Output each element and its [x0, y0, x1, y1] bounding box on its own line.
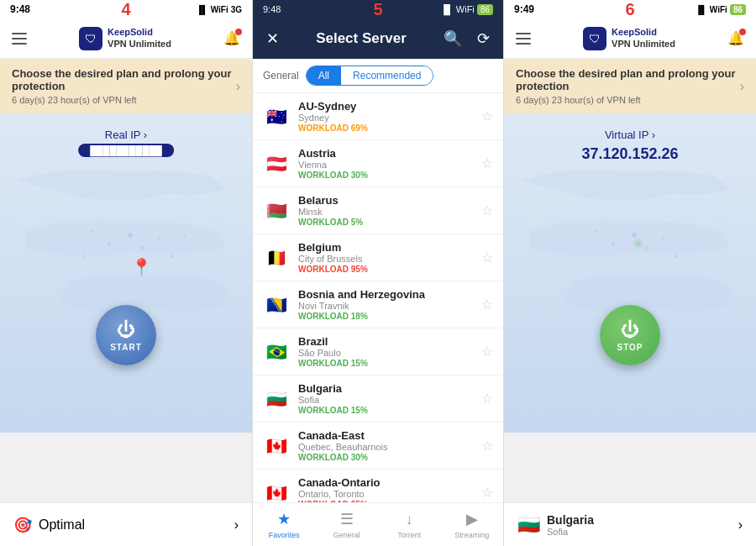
- server-item[interactable]: 🇨🇦 Canada-Ontario Ontario, Toronto WORKL…: [253, 470, 503, 502]
- virtual-ip-label[interactable]: Virtual IP ›: [605, 129, 655, 141]
- server-name: Belgium: [298, 241, 473, 254]
- location-pin-left: 📍: [131, 257, 152, 277]
- optimal-icon: 🎯: [13, 516, 32, 534]
- svg-point-0: [128, 233, 133, 238]
- bottom-bar-right[interactable]: 🇧🇬 Bulgaria Sofia ›: [504, 502, 756, 546]
- promo-chevron-right: ›: [740, 79, 744, 94]
- server-city: City of Brussels: [298, 254, 473, 264]
- signal-mid: ▐▌: [440, 4, 454, 14]
- svg-point-10: [645, 246, 648, 249]
- server-flag: 🇧🇦: [263, 291, 290, 318]
- logo-text-right: KeepSolidVPN Unlimited: [612, 27, 675, 49]
- tab-icon: ☰: [340, 510, 354, 528]
- promo-text-right: Choose the desired plan and prolong your…: [516, 67, 740, 105]
- promo-title-right: Choose the desired plan and prolong your…: [516, 67, 740, 92]
- server-city: Novi Travnik: [298, 301, 473, 311]
- server-item[interactable]: 🇨🇦 Canada-East Quebec, Beauharnois WORKL…: [253, 423, 503, 470]
- close-button[interactable]: ✕: [263, 26, 282, 51]
- filter-all[interactable]: All: [307, 66, 341, 85]
- left-panel: 9:48 4 ▐▌ WiFi 3G 🛡 KeepSolidVPN Unlimit…: [0, 0, 252, 546]
- refresh-button[interactable]: ⟳: [474, 26, 493, 51]
- server-item[interactable]: 🇧🇬 Bulgaria Sofia WORKLOAD 15% ☆: [253, 375, 503, 423]
- connected-city: Sofia: [547, 527, 594, 537]
- filter-label: General: [263, 70, 299, 81]
- search-button[interactable]: 🔍: [440, 26, 465, 51]
- optimal-label: Optimal: [39, 517, 85, 533]
- server-item[interactable]: 🇧🇪 Belgium City of Brussels WORKLOAD 95%…: [253, 234, 503, 281]
- server-flag: 🇧🇪: [263, 244, 290, 271]
- svg-point-4: [158, 238, 161, 241]
- hamburger-right[interactable]: [516, 33, 531, 45]
- bell-dot-right: [739, 29, 746, 35]
- server-flag: 🇨🇦: [263, 480, 290, 503]
- favorite-button[interactable]: ☆: [481, 485, 493, 501]
- favorite-button[interactable]: ☆: [481, 391, 493, 407]
- signal-icon-left: ▐▌: [196, 5, 207, 14]
- server-name: Bosnia and Herzegovina: [298, 288, 473, 301]
- svg-point-9: [612, 242, 615, 245]
- server-info: Canada-Ontario Ontario, Toronto WORKLOAD…: [298, 476, 473, 502]
- server-item[interactable]: 🇦🇹 Austria Vienna WORKLOAD 30% ☆: [253, 140, 503, 187]
- notification-bell-left[interactable]: 🔔: [223, 30, 240, 46]
- logo-left: 🛡 KeepSolidVPN Unlimited: [79, 27, 171, 50]
- promo-banner-right[interactable]: Choose the desired plan and prolong your…: [504, 59, 756, 113]
- status-icons-left: ▐▌ WiFi 3G: [196, 5, 242, 14]
- virtual-ip-value: 37.120.152.26: [581, 145, 678, 163]
- signal-right: ▐▌: [696, 5, 707, 14]
- server-info: Bosnia and Herzegovina Novi Travnik WORK…: [298, 288, 473, 321]
- bottom-tab-streaming[interactable]: ▶Streaming: [441, 503, 504, 546]
- server-item[interactable]: 🇧🇾 Belarus Minsk WORKLOAD 5% ☆: [253, 187, 503, 234]
- bottom-tab-general[interactable]: ☰General: [316, 503, 379, 546]
- wifi-icon-left: WiFi: [211, 5, 228, 14]
- svg-point-1: [108, 242, 111, 245]
- favorite-button[interactable]: ☆: [481, 344, 493, 360]
- battery-left: 3G: [231, 5, 242, 14]
- favorite-button[interactable]: ☆: [481, 202, 493, 218]
- promo-banner-left[interactable]: Choose the desired plan and prolong your…: [0, 59, 252, 113]
- stop-button[interactable]: ⏻ STOP: [600, 305, 660, 365]
- favorite-button[interactable]: ☆: [481, 108, 493, 124]
- server-name: Bulgaria: [298, 382, 473, 395]
- bottom-tab-favorites[interactable]: ★Favorites: [253, 503, 316, 546]
- time-mid: 9:48: [263, 4, 281, 14]
- notification-bell-right[interactable]: 🔔: [727, 30, 744, 46]
- server-workload: WORKLOAD 18%: [298, 312, 473, 321]
- start-btn-container: ⏻ START: [96, 305, 156, 365]
- server-item[interactable]: 🇧🇦 Bosnia and Herzegovina Novi Travnik W…: [253, 281, 503, 328]
- server-name: Belarus: [298, 194, 473, 207]
- filter-recommended[interactable]: Recommended: [341, 66, 433, 85]
- step-left: 4: [121, 0, 130, 18]
- filter-tabs: All Recommended: [306, 66, 434, 86]
- favorite-button[interactable]: ☆: [481, 249, 493, 265]
- bottom-bar-left[interactable]: 🎯 Optimal ›: [0, 502, 252, 546]
- power-icon-right: ⏻: [621, 319, 639, 341]
- favorite-button[interactable]: ☆: [481, 297, 493, 312]
- middle-panel: 9:48 5 ▐▌ WiFi 86 ✕ Select Server 🔍 ⟳ Ge…: [252, 0, 504, 546]
- server-info: Canada-East Quebec, Beauharnois WORKLOAD…: [298, 429, 473, 462]
- svg-point-15: [636, 241, 641, 246]
- tab-label: Favorites: [269, 531, 300, 539]
- server-flag: 🇧🇬: [263, 386, 290, 412]
- country-chevron: ›: [738, 517, 743, 533]
- bottom-tab-torrent[interactable]: ↓Torrent: [378, 503, 441, 546]
- server-city: Quebec, Beauharnois: [298, 442, 473, 452]
- connected-flag: 🇧🇬: [517, 514, 540, 536]
- favorite-button[interactable]: ☆: [481, 155, 493, 171]
- server-city: São Paulo: [298, 348, 473, 358]
- select-server-title: Select Server: [291, 30, 432, 47]
- promo-chevron-left: ›: [236, 79, 240, 94]
- optimal-row: 🎯 Optimal: [13, 516, 85, 534]
- hamburger-left[interactable]: [12, 33, 27, 45]
- server-name: Canada-Ontario: [298, 476, 473, 489]
- promo-text-left: Choose the desired plan and prolong your…: [12, 67, 236, 105]
- logo-right: 🛡 KeepSolidVPN Unlimited: [583, 27, 675, 50]
- server-flag: 🇦🇺: [263, 103, 290, 130]
- map-svg-left: [0, 113, 252, 433]
- server-item[interactable]: 🇦🇺 AU-Sydney Sydney WORKLOAD 69% ☆: [253, 93, 503, 140]
- start-button[interactable]: ⏻ START: [96, 305, 156, 365]
- real-ip-label[interactable]: Real IP ›: [105, 129, 147, 141]
- logo-icon-left: 🛡: [79, 27, 102, 50]
- step-right: 6: [625, 0, 634, 18]
- server-item[interactable]: 🇧🇷 Brazil São Paulo WORKLOAD 15% ☆: [253, 328, 503, 375]
- favorite-button[interactable]: ☆: [481, 438, 493, 454]
